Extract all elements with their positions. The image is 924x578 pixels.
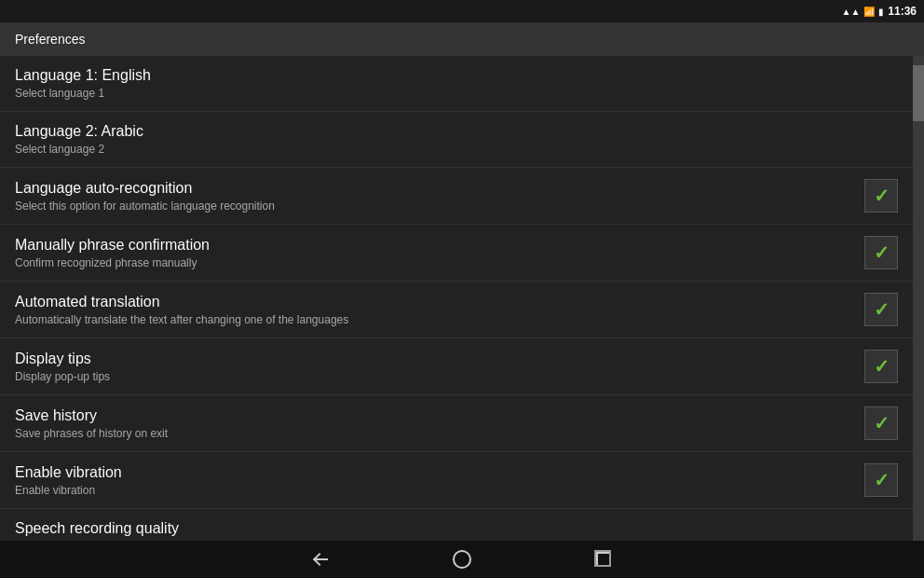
pref-title-speech-recording: Speech recording quality [15, 520, 883, 537]
pref-checkbox-enable-vibration[interactable]: ✓ [864, 463, 898, 497]
status-icons: ▲▲ 📶 ▮ 11:36 [842, 5, 917, 18]
battery-icon: ▮ [878, 7, 884, 17]
recents-button[interactable] [589, 544, 618, 574]
scrollbar-track [913, 56, 924, 541]
pref-subtitle-language1: Select language 1 [15, 87, 883, 100]
wifi-icon: 📶 [863, 7, 875, 17]
back-icon [311, 553, 330, 566]
pref-text-manually-phrase: Manually phrase confirmationConfirm reco… [15, 237, 864, 269]
pref-checkbox-display-tips[interactable]: ✓ [864, 350, 898, 383]
pref-title-display-tips: Display tips [15, 351, 849, 367]
home-button[interactable] [447, 544, 477, 574]
signal-icon: ▲▲ [842, 7, 861, 17]
pref-title-enable-vibration: Enable vibration [15, 464, 849, 481]
pref-text-language1: Language 1: EnglishSelect language 1 [15, 67, 898, 100]
pref-checkbox-save-history[interactable]: ✓ [864, 406, 898, 440]
pref-subtitle-language-auto: Select this option for automatic languag… [15, 200, 849, 213]
pref-title-manually-phrase: Manually phrase confirmation [15, 237, 849, 254]
checkmark-display-tips: ✓ [874, 357, 890, 376]
pref-checkbox-language-auto[interactable]: ✓ [864, 179, 898, 213]
pref-subtitle-enable-vibration: Enable vibration [15, 484, 849, 497]
pref-subtitle-automated-translation: Automatically translate the text after c… [15, 313, 849, 326]
checkmark-enable-vibration: ✓ [874, 471, 890, 489]
pref-title-language2: Language 2: Arabic [15, 123, 883, 140]
pref-item-language1[interactable]: Language 1: EnglishSelect language 1 [0, 56, 913, 112]
pref-item-display-tips[interactable]: Display tipsDisplay pop-up tips✓ [0, 338, 913, 395]
title-bar: Preferences [0, 22, 924, 56]
status-bar: ▲▲ 📶 ▮ 11:36 [0, 0, 924, 22]
scrollbar[interactable] [913, 56, 924, 541]
page-title: Preferences [15, 32, 85, 47]
pref-title-language1: Language 1: English [15, 67, 883, 84]
home-icon [453, 550, 471, 569]
status-time: 11:36 [888, 5, 917, 18]
checkmark-language-auto: ✓ [874, 186, 890, 205]
back-button[interactable] [306, 544, 335, 574]
pref-item-language2[interactable]: Language 2: ArabicSelect language 2 [0, 112, 913, 168]
scrollbar-thumb[interactable] [913, 65, 924, 121]
recents-icon [596, 552, 611, 567]
pref-checkbox-manually-phrase[interactable]: ✓ [864, 236, 898, 269]
checkmark-manually-phrase: ✓ [874, 243, 890, 262]
checkmark-save-history: ✓ [874, 414, 890, 433]
pref-item-automated-translation[interactable]: Automated translationAutomatically trans… [0, 282, 913, 338]
pref-item-enable-vibration[interactable]: Enable vibrationEnable vibration✓ [0, 452, 913, 509]
pref-subtitle-speech-recording: Speech recording quality [15, 540, 883, 541]
pref-text-automated-translation: Automated translationAutomatically trans… [15, 294, 864, 326]
nav-bar [0, 541, 924, 578]
pref-text-language2: Language 2: ArabicSelect language 2 [15, 123, 898, 156]
pref-item-language-auto[interactable]: Language auto-recognitionSelect this opt… [0, 168, 913, 225]
pref-item-manually-phrase[interactable]: Manually phrase confirmationConfirm reco… [0, 225, 913, 282]
pref-title-automated-translation: Automated translation [15, 294, 849, 310]
pref-text-speech-recording: Speech recording qualitySpeech recording… [15, 520, 898, 541]
pref-item-save-history[interactable]: Save historySave phrases of history on e… [0, 395, 913, 452]
pref-subtitle-language2: Select language 2 [15, 143, 883, 156]
pref-checkbox-automated-translation[interactable]: ✓ [864, 293, 898, 326]
pref-text-enable-vibration: Enable vibrationEnable vibration [15, 464, 864, 497]
pref-item-speech-recording[interactable]: Speech recording qualitySpeech recording… [0, 509, 913, 541]
pref-subtitle-display-tips: Display pop-up tips [15, 370, 849, 383]
pref-subtitle-save-history: Save phrases of history on exit [15, 427, 849, 440]
pref-text-language-auto: Language auto-recognitionSelect this opt… [15, 180, 864, 213]
pref-title-language-auto: Language auto-recognition [15, 180, 849, 197]
preferences-list: Language 1: EnglishSelect language 1Lang… [0, 56, 913, 541]
checkmark-automated-translation: ✓ [874, 300, 890, 319]
pref-text-save-history: Save historySave phrases of history on e… [15, 407, 864, 440]
pref-title-save-history: Save history [15, 407, 849, 424]
pref-text-display-tips: Display tipsDisplay pop-up tips [15, 351, 864, 383]
pref-subtitle-manually-phrase: Confirm recognized phrase manually [15, 256, 849, 269]
content-area: Language 1: EnglishSelect language 1Lang… [0, 56, 924, 541]
